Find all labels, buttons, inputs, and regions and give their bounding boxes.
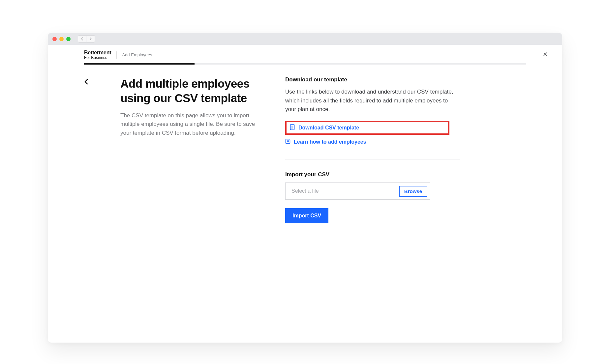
browse-button[interactable]: Browse [399,186,427,197]
browser-window: Betterment For Business Add Employees ✕ … [48,33,562,343]
app-header: Betterment For Business Add Employees ✕ [48,45,562,63]
header-divider [116,51,117,59]
external-link-icon [285,139,290,145]
download-body: Use the links below to download and unde… [285,88,460,114]
section-divider [285,159,460,159]
nav-forward-button[interactable] [86,35,95,42]
learn-link[interactable]: Learn how to add employees [285,137,460,147]
document-icon [290,124,295,131]
close-icon[interactable]: ✕ [543,51,548,58]
download-csv-link-label: Download CSV template [298,125,359,131]
logo: Betterment For Business [84,50,111,60]
window-titlebar [48,33,562,45]
left-column: Add multiple employees using our CSV tem… [120,76,262,223]
page-title: Add multiple employees using our CSV tem… [120,76,262,105]
window-minimize-dot[interactable] [59,37,64,41]
logo-line2: For Business [84,56,111,60]
content: Add multiple employees using our CSV tem… [48,65,562,223]
window-zoom-dot[interactable] [66,37,71,41]
right-column: Download our template Use the links belo… [275,76,460,223]
progress-bar [84,63,526,65]
file-placeholder: Select a file [291,188,399,194]
import-csv-button[interactable]: Import CSV [285,208,328,223]
nav-back-button[interactable] [78,35,86,42]
back-column [84,76,107,223]
logo-line1: Betterment [84,50,111,56]
file-input-row[interactable]: Select a file Browse [285,182,430,200]
learn-link-label: Learn how to add employees [294,139,366,145]
import-heading: Import your CSV [285,171,460,178]
page-description: The CSV template on this page allows you… [120,111,262,137]
download-csv-link-highlighted[interactable]: Download CSV template [285,121,449,135]
back-arrow-icon[interactable] [84,78,89,87]
breadcrumb: Add Employees [122,52,152,57]
progress-fill [84,63,195,65]
window-close-dot[interactable] [52,37,57,41]
nav-buttons [78,35,95,42]
download-heading: Download our template [285,76,460,83]
